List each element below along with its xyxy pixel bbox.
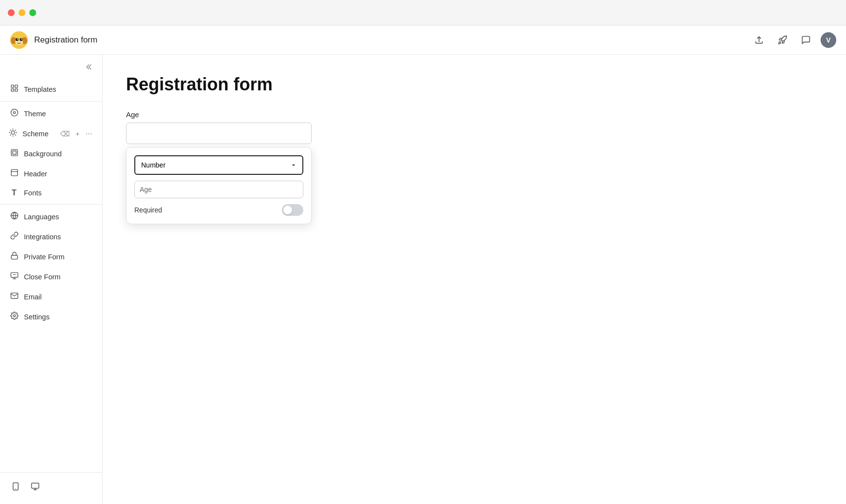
desktop-icon — [31, 482, 40, 491]
sidebar-item-close-form[interactable]: Close Form — [0, 267, 102, 287]
titlebar — [0, 0, 846, 25]
sidebar-item-header[interactable]: Header — [0, 164, 102, 184]
sidebar-nav: Templates Theme — [0, 79, 102, 472]
sidebar-item-label: Theme — [24, 110, 46, 118]
scheme-add-button[interactable]: + — [74, 129, 82, 139]
svg-line-23 — [10, 135, 10, 135]
sidebar-top — [0, 59, 102, 79]
sidebar-item-email[interactable]: Email — [0, 287, 102, 307]
sidebar-collapse-button[interactable] — [84, 61, 96, 75]
svg-line-19 — [10, 130, 10, 130]
sidebar-item-theme[interactable]: Theme — [0, 104, 102, 124]
nav-divider-2 — [0, 204, 102, 205]
templates-icon — [9, 84, 19, 94]
sidebar-item-label: Fonts — [24, 189, 42, 197]
languages-icon — [9, 211, 19, 222]
field-settings-popup: Number Text Email Phone Date Time URL Re… — [126, 147, 312, 224]
maximize-button[interactable] — [29, 9, 36, 16]
export-icon — [754, 35, 764, 45]
main-layout: Templates Theme — [0, 55, 846, 504]
required-row: Required — [134, 204, 303, 216]
desktop-view-button[interactable] — [27, 479, 43, 494]
svg-point-5 — [16, 38, 19, 41]
header-icon — [9, 168, 19, 179]
sidebar: Templates Theme — [0, 55, 103, 504]
sidebar-item-private-form[interactable]: Private Form — [0, 247, 102, 267]
svg-rect-32 — [11, 273, 18, 277]
scheme-icon — [8, 128, 18, 139]
scheme-delete-button[interactable]: ⌫ — [58, 129, 72, 139]
sidebar-item-label: Header — [24, 170, 47, 178]
close-form-icon — [9, 272, 19, 282]
svg-point-16 — [11, 131, 14, 134]
background-icon — [9, 148, 19, 159]
user-avatar[interactable]: V — [821, 32, 836, 48]
sidebar-item-label: Templates — [24, 85, 56, 93]
svg-point-36 — [13, 315, 15, 316]
sidebar-item-label: Settings — [24, 313, 49, 321]
required-label: Required — [134, 206, 162, 214]
sidebar-bottom — [0, 472, 102, 500]
private-form-icon — [9, 252, 19, 262]
nav-divider-1 — [0, 101, 102, 102]
svg-point-15 — [13, 111, 15, 113]
app-logo — [10, 31, 28, 49]
svg-rect-10 — [11, 85, 14, 87]
close-button[interactable] — [8, 9, 15, 16]
theme-icon — [9, 108, 19, 119]
sidebar-item-fonts[interactable]: T Fonts — [0, 184, 102, 202]
sidebar-item-label: Email — [24, 293, 42, 301]
traffic-lights — [8, 9, 36, 16]
svg-line-20 — [15, 135, 16, 135]
rocket-button[interactable] — [774, 31, 791, 49]
comment-button[interactable] — [797, 31, 815, 49]
sidebar-item-label: Private Form — [24, 253, 64, 261]
scheme-controls: ⌫ + ⋯ — [58, 129, 94, 139]
svg-point-7 — [17, 39, 18, 40]
settings-icon — [9, 312, 19, 322]
email-icon — [9, 292, 19, 302]
svg-rect-31 — [11, 255, 18, 259]
svg-rect-27 — [11, 169, 18, 176]
sidebar-item-label: Scheme — [22, 130, 48, 138]
sidebar-item-scheme[interactable]: Scheme ⌫ + ⋯ — [0, 124, 102, 144]
sidebar-item-templates[interactable]: Templates — [0, 79, 102, 99]
svg-point-14 — [11, 109, 18, 116]
svg-rect-11 — [15, 85, 17, 87]
collapse-icon — [85, 63, 94, 71]
svg-point-8 — [21, 39, 22, 40]
comment-icon — [801, 35, 811, 45]
sidebar-item-languages[interactable]: Languages — [0, 207, 102, 227]
svg-rect-25 — [11, 149, 18, 156]
app-title: Registration form — [34, 35, 750, 45]
mobile-view-button[interactable] — [8, 479, 23, 494]
scheme-more-button[interactable]: ⋯ — [84, 129, 94, 139]
rocket-icon — [778, 35, 787, 45]
minimize-button[interactable] — [19, 9, 25, 16]
age-field-input[interactable] — [126, 123, 312, 144]
sidebar-item-label: Languages — [24, 213, 59, 221]
svg-rect-13 — [15, 89, 17, 91]
required-toggle[interactable] — [282, 204, 303, 216]
age-field-label: Age — [126, 110, 823, 119]
form-content: Registration form Age Number Text Email … — [103, 55, 846, 504]
fonts-icon: T — [9, 189, 19, 197]
sidebar-item-label: Close Form — [24, 273, 61, 281]
field-name-input[interactable] — [134, 181, 303, 198]
integrations-icon — [9, 231, 19, 242]
sidebar-item-settings[interactable]: Settings — [0, 307, 102, 327]
svg-line-24 — [15, 130, 16, 130]
age-field-group: Age Number Text Email Phone Date Time UR… — [126, 110, 823, 224]
export-button[interactable] — [750, 31, 768, 49]
svg-point-6 — [20, 38, 22, 41]
sidebar-item-label: Integrations — [24, 233, 61, 241]
mobile-icon — [11, 482, 20, 491]
sidebar-item-background[interactable]: Background — [0, 144, 102, 164]
svg-rect-12 — [11, 89, 14, 91]
sidebar-item-label: Background — [24, 150, 62, 158]
field-type-select[interactable]: Number Text Email Phone Date Time URL — [134, 155, 303, 175]
form-title: Registration form — [126, 74, 823, 95]
sidebar-item-integrations[interactable]: Integrations — [0, 227, 102, 247]
app-header: Registration form V — [0, 25, 846, 55]
header-actions: V — [750, 31, 836, 49]
